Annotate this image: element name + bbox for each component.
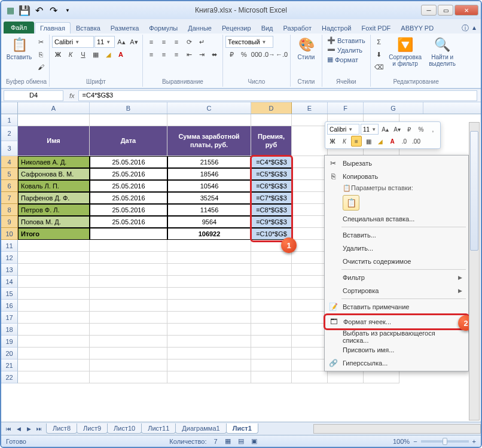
row-header[interactable]: 20 <box>1 348 18 359</box>
styles-button[interactable]: 🎨 Стили <box>293 36 319 62</box>
cell[interactable]: 11456 <box>167 204 251 216</box>
zoom-slider[interactable] <box>421 440 469 443</box>
cell[interactable] <box>292 114 328 126</box>
view-break-icon[interactable]: ▣ <box>251 437 257 445</box>
cell[interactable] <box>90 240 167 252</box>
tab-data[interactable]: Данные <box>183 23 216 33</box>
align-mid-icon[interactable]: ≡ <box>158 36 170 48</box>
qat-dropdown-icon[interactable]: ▼ <box>61 4 74 17</box>
ctx-comment[interactable]: 📝Вставить примечание <box>325 300 468 313</box>
find-select-button[interactable]: 🔍 Найти и выделить <box>426 36 459 68</box>
close-button[interactable]: ✕ <box>454 5 478 16</box>
copy-icon[interactable]: ⎘ <box>35 48 47 60</box>
format-painter-icon[interactable]: 🖌 <box>35 61 47 73</box>
currency-icon[interactable]: ₽ <box>225 48 237 60</box>
cell[interactable] <box>167 114 251 126</box>
cell[interactable] <box>251 300 292 312</box>
mini-decdec-button[interactable]: .00 <box>411 136 422 147</box>
cell[interactable] <box>251 276 292 288</box>
tab-view[interactable]: Вид <box>257 23 278 33</box>
cell[interactable] <box>292 240 328 252</box>
cell[interactable]: 106922 <box>167 228 251 240</box>
cell[interactable] <box>90 359 167 371</box>
font-size-combo[interactable]: 11▼ <box>94 36 115 48</box>
mini-percent-icon[interactable]: % <box>416 124 426 135</box>
cell[interactable] <box>292 192 328 204</box>
cell[interactable] <box>18 371 90 383</box>
cell[interactable]: Сафронова В. М. <box>18 168 90 180</box>
cell[interactable] <box>167 276 251 288</box>
cell[interactable]: =C9*$G$3 <box>251 216 292 228</box>
italic-button[interactable]: К <box>65 48 77 60</box>
col-D[interactable]: D <box>251 102 292 114</box>
cell[interactable]: Петров Ф. Л. <box>18 204 90 216</box>
cell[interactable] <box>167 348 251 359</box>
cell[interactable] <box>292 300 328 312</box>
comma-icon[interactable]: 000 <box>251 48 263 60</box>
cell[interactable] <box>292 359 328 371</box>
cell[interactable]: Попова М. Д. <box>18 216 90 228</box>
col-A[interactable]: A <box>18 102 90 114</box>
cell[interactable] <box>167 240 251 252</box>
mini-size-combo[interactable]: 11▼ <box>361 124 379 135</box>
ctx-hyperlink[interactable]: 🔗Гиперссылка... <box>325 356 468 370</box>
dedent-icon[interactable]: ⇤ <box>183 48 195 60</box>
cell[interactable] <box>167 359 251 371</box>
cell[interactable] <box>18 288 90 300</box>
mini-align-center-button[interactable]: ≡ <box>351 136 362 147</box>
paste-button[interactable]: 📋 Вставить <box>6 36 32 62</box>
cell[interactable] <box>90 324 167 336</box>
cell[interactable] <box>167 300 251 312</box>
mini-grow-icon[interactable]: A▴ <box>380 124 391 135</box>
grow-font-icon[interactable]: A▴ <box>115 36 127 48</box>
sheet-nav-first[interactable]: ⏮ <box>4 424 13 434</box>
row-header[interactable]: 17 <box>1 312 18 324</box>
mini-incdec-button[interactable]: .0 <box>399 136 410 147</box>
ctx-format-cells[interactable]: 🗔Формат ячеек... <box>325 315 468 328</box>
cell[interactable] <box>292 264 328 276</box>
sheet-tab[interactable]: Лист9 <box>77 423 108 434</box>
cell[interactable] <box>292 228 328 240</box>
cell[interactable]: =C7*$G$3 <box>251 192 292 204</box>
cell[interactable] <box>18 324 90 336</box>
cell[interactable]: 35254 <box>167 192 251 204</box>
cell[interactable] <box>364 371 399 383</box>
cell[interactable] <box>167 312 251 324</box>
cell[interactable] <box>292 312 328 324</box>
cell[interactable] <box>251 336 292 348</box>
cell[interactable] <box>90 288 167 300</box>
tab-foxit[interactable]: Foxit PDF <box>356 23 395 33</box>
percent-icon[interactable]: % <box>238 48 250 60</box>
name-box[interactable]: D4 <box>4 90 63 101</box>
cell[interactable] <box>292 336 328 348</box>
cell[interactable]: Сумма заработной платы, руб. <box>167 126 251 156</box>
cell[interactable] <box>18 114 90 126</box>
row-header[interactable]: 19 <box>1 336 18 348</box>
cell[interactable] <box>251 371 292 383</box>
ctx-cut[interactable]: ✂Вырезать <box>325 157 468 170</box>
cell[interactable]: =C8*$G$3 <box>251 204 292 216</box>
cell[interactable] <box>90 300 167 312</box>
cell[interactable] <box>292 126 328 156</box>
row-header[interactable]: 22 <box>1 371 18 383</box>
mini-currency-icon[interactable]: ₽ <box>404 124 414 135</box>
font-color-button[interactable]: A <box>115 48 127 60</box>
tab-insert[interactable]: Вставка <box>71 23 105 33</box>
ctx-copy[interactable]: ⎘Копировать <box>325 170 468 183</box>
cell[interactable] <box>328 371 364 383</box>
tab-developer[interactable]: Разработ <box>279 23 316 33</box>
cell[interactable]: Имя <box>18 126 90 156</box>
paste-option-button[interactable]: 📋 <box>343 195 359 211</box>
help-icon[interactable]: ⓘ <box>462 23 469 33</box>
ctx-paste-special[interactable]: Специальная вставка... <box>325 212 468 225</box>
underline-button[interactable]: Ч <box>77 48 89 60</box>
save-icon[interactable]: 💾 <box>18 4 31 17</box>
cell[interactable]: Коваль Л. П. <box>18 180 90 192</box>
tab-abbyy[interactable]: ABBYY PD <box>396 23 438 33</box>
row-header[interactable]: 1 <box>1 114 18 126</box>
row-header[interactable]: 7 <box>1 192 18 204</box>
cell[interactable]: Итого <box>18 228 90 240</box>
tab-addins[interactable]: Надстрой <box>317 23 356 33</box>
cell[interactable] <box>251 359 292 371</box>
ctx-define-name[interactable]: Присвоить имя... <box>325 343 468 356</box>
